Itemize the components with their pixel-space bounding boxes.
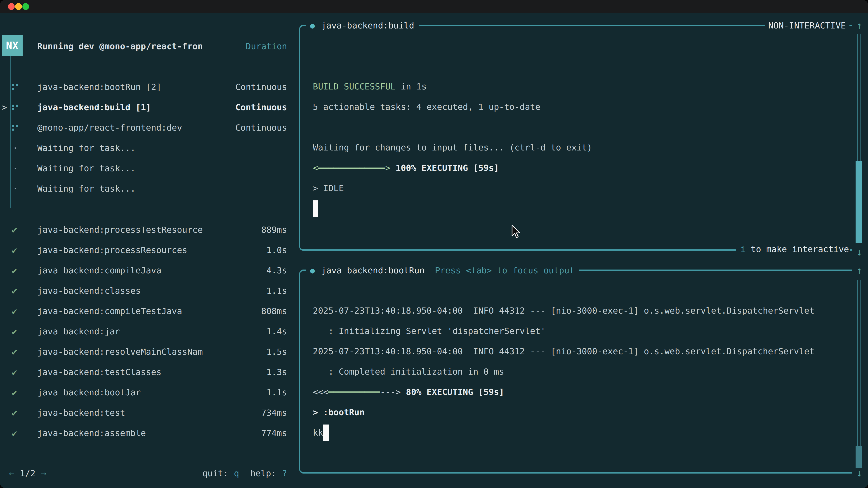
build-panel-title: java-backend:build [321,21,414,31]
focus-output-hint: Press <tab> to focus output [435,265,575,275]
task-row[interactable]: > · Waiting for task... [0,138,294,158]
page-next-icon[interactable]: → [41,468,46,478]
task-name: java-backend:classes [37,286,141,296]
task-row[interactable]: > java-backend:build [1] Continuous [0,97,294,118]
task-status: Continuous [235,123,287,133]
task-name: java-backend:build [1] [37,102,151,112]
completed-task-row[interactable]: ✔ java-backend:assemble 774ms [0,423,294,443]
tasks-summary-line: 5 actionable tasks: 4 executed, 1 up-to-… [313,97,848,117]
task-row[interactable]: > · Waiting for task... [0,158,294,178]
build-scroll-up-icon[interactable]: ↑ [854,16,865,35]
completed-task-row[interactable]: ✔ java-backend:jar 1.4s [0,321,294,341]
build-scrollbar-thumb[interactable] [856,161,862,242]
task-duration: 1.1s [266,286,287,296]
help-label: help: [250,468,276,478]
task-name: java-backend:testClasses [37,367,161,377]
terminal-window: NX Running dev @mono-app/react-fron Dura… [0,0,868,488]
task-row[interactable]: > @mono-app/react-frontend:dev Continuou… [0,118,294,138]
idle-line: > IDLE [313,178,848,198]
task-name: java-backend:jar [37,326,120,336]
page-prev-icon[interactable]: ← [9,468,14,478]
waiting-changes-line: Waiting for changes to input files... (c… [313,137,848,158]
check-icon: ✔ [12,408,17,418]
bootrun-terminal-output: 2025-07-23T13:40:18.950-04:00 INFO 44312… [313,300,848,443]
check-icon: ✔ [12,286,17,296]
gradle-progress-line: <═════════════> 100% EXECUTING [59s] [313,158,848,178]
check-icon: ✔ [12,367,17,377]
bootrun-task-line: > :bootRun [313,402,848,422]
selected-task-arrow-icon: > [2,102,7,112]
check-icon: ✔ [12,225,17,235]
task-duration: 1.0s [266,245,287,255]
close-button[interactable] [8,3,15,10]
task-status: Continuous [235,102,287,112]
completed-task-row[interactable]: ✔ java-backend:testClasses 1.3s [0,362,294,382]
build-result-line: BUILD SUCCESSFUL in 1s [313,76,848,97]
waiting-bullet-icon: · [13,163,18,173]
build-scrollbar-track[interactable] [857,34,861,161]
terminal-cursor [323,424,329,441]
task-name: java-backend:bootJar [37,387,141,397]
interactive-hint-text: to make interactive [745,244,849,254]
run-command-title: Running dev @mono-app/react-fron [37,41,203,51]
progress-bar-glyphs: ══════════ [329,387,380,397]
non-interactive-badge: NON-INTERACTIVE [765,15,849,36]
completed-task-list: ✔ java-backend:processTestResource 889ms… [0,220,294,443]
help-key: ? [282,468,287,478]
task-name: java-backend:compileJava [37,265,161,275]
mouse-cursor-icon [511,225,521,241]
progress-tail-glyphs: ---> [380,387,406,397]
task-duration: 4.3s [266,265,287,275]
task-name: java-backend:resolveMainClassNam [37,347,203,357]
check-icon: ✔ [12,245,17,255]
task-row[interactable]: > java-backend:bootRun [2] Continuous [0,77,294,97]
check-icon: ✔ [12,428,17,438]
interactive-hint-key: i [741,244,746,254]
running-task-list: > java-backend:bootRun [2] Continuous > … [0,77,294,199]
bootrun-scrollbar-track[interactable] [857,280,861,446]
input-line[interactable]: kk [313,422,848,443]
quit-label: quit: [202,468,228,478]
completed-task-row[interactable]: ✔ java-backend:processTestResource 889ms [0,220,294,240]
progress-status-text: 100% EXECUTING [59s] [396,163,499,173]
progress-bar-glyphs: <═════════════> [313,163,396,173]
task-duration: 808ms [261,306,287,316]
task-duration: 734ms [261,408,287,418]
titlebar [0,0,868,13]
task-name: Waiting for task... [37,143,135,153]
task-name: java-backend:processResources [37,245,187,255]
completed-task-row[interactable]: ✔ java-backend:compileJava 4.3s [0,260,294,281]
build-output-panel: ● java-backend:build NON-INTERACTIVE BUI… [299,25,852,251]
build-panel-header: ● java-backend:build [306,15,418,36]
task-spinner-icon [12,105,14,107]
bootrun-scroll-up-icon[interactable]: ↑ [854,261,865,280]
completed-task-row[interactable]: ✔ java-backend:classes 1.1s [0,281,294,301]
completed-task-row[interactable]: ✔ java-backend:test 734ms [0,402,294,423]
blank-line [313,117,848,137]
task-duration: 889ms [261,225,287,235]
completed-task-row[interactable]: ✔ java-backend:resolveMainClassNam 1.5s [0,341,294,362]
completed-task-row[interactable]: ✔ java-backend:compileTestJava 808ms [0,301,294,321]
bootrun-scroll-down-icon[interactable]: ↓ [854,463,865,483]
build-terminal-output: BUILD SUCCESSFUL in 1s 5 actionable task… [313,76,848,219]
waiting-bullet-icon: · [13,143,18,153]
task-name: Waiting for task... [37,184,135,194]
task-name: java-backend:assemble [37,428,146,438]
task-status: Continuous [235,82,287,92]
minimize-button[interactable] [15,3,22,10]
completed-task-row[interactable]: ✔ java-backend:processResources 1.0s [0,240,294,260]
log-line: : Completed initialization in 0 ms [313,361,848,382]
duration-column-header: Duration [246,41,287,51]
task-duration: 774ms [261,428,287,438]
task-name: java-backend:processTestResource [37,225,203,235]
quit-key: q [234,468,239,478]
build-scroll-down-icon[interactable]: ↓ [854,242,865,262]
gradle-progress-line: <<<══════════---> 80% EXECUTING [59s] [313,382,848,402]
task-row[interactable]: > · Waiting for task... [0,178,294,199]
zoom-button[interactable] [22,3,29,10]
completed-task-row[interactable]: ✔ java-backend:bootJar 1.1s [0,382,294,402]
log-line: 2025-07-23T13:40:18.950-04:00 INFO 44312… [313,300,848,321]
task-list-header: Running dev @mono-app/react-fron Duratio… [0,36,294,57]
log-line: : Initializing Servlet 'dispatcherServle… [313,321,848,341]
page-indicator: 1/2 [20,468,35,478]
